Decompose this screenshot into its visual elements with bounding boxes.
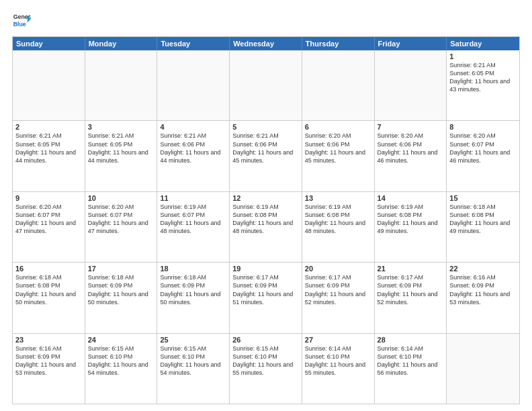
calendar-cell bbox=[13, 50, 85, 120]
day-info: Sunrise: 6:14 AMSunset: 6:10 PMDaylight:… bbox=[305, 345, 371, 377]
calendar-header: SundayMondayTuesdayWednesdayThursdayFrid… bbox=[13, 37, 519, 50]
calendar-cell: 21Sunrise: 6:17 AMSunset: 6:09 PMDayligh… bbox=[375, 263, 447, 332]
day-number: 23 bbox=[15, 336, 82, 344]
calendar-cell: 11Sunrise: 6:19 AMSunset: 6:07 PMDayligh… bbox=[157, 192, 230, 262]
day-number: 17 bbox=[88, 265, 154, 273]
day-number: 11 bbox=[160, 194, 226, 202]
calendar-cell: 23Sunrise: 6:16 AMSunset: 6:09 PMDayligh… bbox=[13, 334, 85, 404]
day-number: 24 bbox=[88, 336, 154, 344]
day-info: Sunrise: 6:21 AMSunset: 6:05 PMDaylight:… bbox=[88, 132, 154, 165]
calendar-cell: 3Sunrise: 6:21 AMSunset: 6:05 PMDaylight… bbox=[85, 121, 158, 191]
calendar-cell: 17Sunrise: 6:18 AMSunset: 6:09 PMDayligh… bbox=[85, 263, 158, 332]
calendar-cell: 13Sunrise: 6:19 AMSunset: 6:08 PMDayligh… bbox=[302, 192, 375, 262]
day-number: 12 bbox=[232, 194, 299, 202]
calendar-cell bbox=[447, 334, 519, 404]
day-number: 27 bbox=[305, 336, 371, 344]
day-number: 25 bbox=[160, 336, 226, 344]
calendar-cell: 12Sunrise: 6:19 AMSunset: 6:08 PMDayligh… bbox=[230, 192, 302, 262]
day-info: Sunrise: 6:18 AMSunset: 6:09 PMDaylight:… bbox=[160, 273, 226, 306]
day-info: Sunrise: 6:21 AMSunset: 6:05 PMDaylight:… bbox=[15, 132, 82, 165]
day-number: 14 bbox=[378, 194, 444, 202]
day-number: 21 bbox=[378, 265, 444, 273]
day-info: Sunrise: 6:20 AMSunset: 6:07 PMDaylight:… bbox=[449, 132, 517, 165]
calendar-cell bbox=[375, 50, 447, 120]
calendar-cell: 10Sunrise: 6:20 AMSunset: 6:07 PMDayligh… bbox=[85, 192, 158, 262]
day-number: 3 bbox=[88, 123, 154, 131]
calendar-cell: 9Sunrise: 6:20 AMSunset: 6:07 PMDaylight… bbox=[13, 192, 85, 262]
day-info: Sunrise: 6:19 AMSunset: 6:07 PMDaylight:… bbox=[160, 203, 226, 236]
day-number: 2 bbox=[15, 123, 82, 131]
calendar-cell: 24Sunrise: 6:15 AMSunset: 6:10 PMDayligh… bbox=[85, 334, 158, 404]
day-info: Sunrise: 6:14 AMSunset: 6:10 PMDaylight:… bbox=[378, 345, 444, 377]
calendar-cell: 22Sunrise: 6:16 AMSunset: 6:09 PMDayligh… bbox=[447, 263, 519, 332]
day-number: 18 bbox=[160, 265, 226, 273]
day-info: Sunrise: 6:15 AMSunset: 6:10 PMDaylight:… bbox=[160, 345, 226, 377]
calendar: SundayMondayTuesdayWednesdayThursdayFrid… bbox=[12, 36, 520, 404]
calendar-week-row: 9Sunrise: 6:20 AMSunset: 6:07 PMDaylight… bbox=[13, 191, 519, 262]
calendar-cell bbox=[85, 50, 158, 120]
day-number: 20 bbox=[305, 265, 371, 273]
calendar-cell: 16Sunrise: 6:18 AMSunset: 6:08 PMDayligh… bbox=[13, 263, 85, 332]
day-number: 7 bbox=[378, 123, 444, 131]
day-number: 6 bbox=[305, 123, 371, 131]
day-info: Sunrise: 6:18 AMSunset: 6:09 PMDaylight:… bbox=[88, 273, 154, 306]
calendar-cell: 26Sunrise: 6:15 AMSunset: 6:10 PMDayligh… bbox=[230, 334, 302, 404]
calendar-cell: 18Sunrise: 6:18 AMSunset: 6:09 PMDayligh… bbox=[157, 263, 230, 332]
calendar-cell: 15Sunrise: 6:18 AMSunset: 6:08 PMDayligh… bbox=[447, 192, 519, 262]
day-info: Sunrise: 6:20 AMSunset: 6:06 PMDaylight:… bbox=[305, 132, 371, 165]
day-info: Sunrise: 6:16 AMSunset: 6:09 PMDaylight:… bbox=[15, 345, 82, 377]
calendar-header-cell: Tuesday bbox=[157, 37, 230, 50]
day-info: Sunrise: 6:20 AMSunset: 6:07 PMDaylight:… bbox=[88, 203, 154, 236]
logo: General Blue bbox=[12, 11, 31, 30]
calendar-cell bbox=[230, 50, 302, 120]
day-number: 1 bbox=[449, 52, 517, 60]
day-number: 22 bbox=[449, 265, 517, 273]
day-info: Sunrise: 6:15 AMSunset: 6:10 PMDaylight:… bbox=[88, 345, 154, 377]
day-number: 5 bbox=[232, 123, 299, 131]
calendar-header-cell: Wednesday bbox=[230, 37, 302, 50]
day-info: Sunrise: 6:21 AMSunset: 6:05 PMDaylight:… bbox=[449, 61, 517, 94]
day-number: 8 bbox=[449, 123, 517, 131]
calendar-week-row: 16Sunrise: 6:18 AMSunset: 6:08 PMDayligh… bbox=[13, 262, 519, 332]
header: General Blue bbox=[12, 11, 520, 30]
calendar-cell: 5Sunrise: 6:21 AMSunset: 6:06 PMDaylight… bbox=[230, 121, 302, 191]
day-number: 10 bbox=[88, 194, 154, 202]
calendar-cell: 14Sunrise: 6:19 AMSunset: 6:08 PMDayligh… bbox=[375, 192, 447, 262]
calendar-cell: 8Sunrise: 6:20 AMSunset: 6:07 PMDaylight… bbox=[447, 121, 519, 191]
logo-icon: General Blue bbox=[12, 11, 31, 30]
calendar-header-cell: Friday bbox=[375, 37, 447, 50]
calendar-cell: 1Sunrise: 6:21 AMSunset: 6:05 PMDaylight… bbox=[447, 50, 519, 120]
calendar-cell: 28Sunrise: 6:14 AMSunset: 6:10 PMDayligh… bbox=[375, 334, 447, 404]
day-number: 13 bbox=[305, 194, 371, 202]
day-number: 9 bbox=[15, 194, 82, 202]
day-number: 19 bbox=[232, 265, 299, 273]
page: General Blue SundayMondayTuesdayWednesda… bbox=[0, 0, 532, 411]
svg-text:Blue: Blue bbox=[13, 21, 26, 28]
calendar-cell: 4Sunrise: 6:21 AMSunset: 6:06 PMDaylight… bbox=[157, 121, 230, 191]
calendar-cell: 25Sunrise: 6:15 AMSunset: 6:10 PMDayligh… bbox=[157, 334, 230, 404]
day-info: Sunrise: 6:21 AMSunset: 6:06 PMDaylight:… bbox=[232, 132, 299, 165]
day-number: 26 bbox=[232, 336, 299, 344]
calendar-cell: 7Sunrise: 6:20 AMSunset: 6:06 PMDaylight… bbox=[375, 121, 447, 191]
calendar-header-cell: Monday bbox=[85, 37, 158, 50]
day-info: Sunrise: 6:18 AMSunset: 6:08 PMDaylight:… bbox=[15, 273, 82, 306]
calendar-cell: 6Sunrise: 6:20 AMSunset: 6:06 PMDaylight… bbox=[302, 121, 375, 191]
day-number: 15 bbox=[449, 194, 517, 202]
calendar-body: 1Sunrise: 6:21 AMSunset: 6:05 PMDaylight… bbox=[13, 50, 519, 404]
day-info: Sunrise: 6:20 AMSunset: 6:06 PMDaylight:… bbox=[378, 132, 444, 165]
calendar-week-row: 2Sunrise: 6:21 AMSunset: 6:05 PMDaylight… bbox=[13, 120, 519, 191]
calendar-cell bbox=[302, 50, 375, 120]
day-info: Sunrise: 6:19 AMSunset: 6:08 PMDaylight:… bbox=[232, 203, 299, 236]
day-info: Sunrise: 6:16 AMSunset: 6:09 PMDaylight:… bbox=[449, 273, 517, 306]
calendar-header-cell: Sunday bbox=[13, 37, 85, 50]
calendar-cell: 27Sunrise: 6:14 AMSunset: 6:10 PMDayligh… bbox=[302, 334, 375, 404]
day-info: Sunrise: 6:15 AMSunset: 6:10 PMDaylight:… bbox=[232, 345, 299, 377]
calendar-header-cell: Saturday bbox=[447, 37, 519, 50]
day-info: Sunrise: 6:20 AMSunset: 6:07 PMDaylight:… bbox=[15, 203, 82, 236]
calendar-cell: 2Sunrise: 6:21 AMSunset: 6:05 PMDaylight… bbox=[13, 121, 85, 191]
calendar-cell bbox=[157, 50, 230, 120]
day-info: Sunrise: 6:17 AMSunset: 6:09 PMDaylight:… bbox=[305, 273, 371, 306]
calendar-cell: 20Sunrise: 6:17 AMSunset: 6:09 PMDayligh… bbox=[302, 263, 375, 332]
calendar-week-row: 23Sunrise: 6:16 AMSunset: 6:09 PMDayligh… bbox=[13, 333, 519, 404]
calendar-header-cell: Thursday bbox=[302, 37, 375, 50]
